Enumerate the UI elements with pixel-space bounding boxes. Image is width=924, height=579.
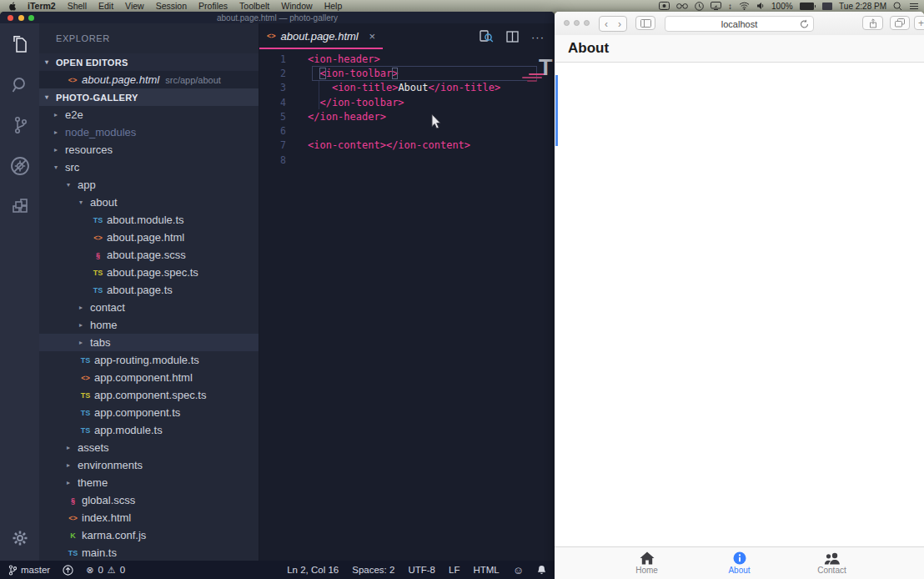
tree-item-about[interactable]: ▾about [39, 194, 259, 211]
menu-toolbelt[interactable]: Toolbelt [234, 1, 275, 11]
tree-item-theme[interactable]: ▸theme [39, 474, 259, 491]
code-line-4[interactable]: 4 </ion-toolbar> [259, 95, 555, 109]
menubar-clock[interactable]: Tue 2:28 PM [839, 2, 886, 11]
tree-item-tabs[interactable]: ▸tabs [39, 334, 259, 351]
menu-shell[interactable]: Shell [62, 1, 93, 11]
tree-item-about.page.scss[interactable]: §about.page.scss [39, 246, 259, 264]
split-editor-icon[interactable] [506, 31, 519, 43]
search-icon[interactable] [10, 75, 30, 95]
feedback-smiley-icon[interactable]: ☺ [513, 564, 524, 576]
clock-icon[interactable] [695, 2, 704, 11]
sidebar-button[interactable] [635, 16, 655, 30]
source-control-icon[interactable] [10, 115, 30, 135]
open-editor-item[interactable]: <> about.page.html src/app/about [39, 71, 259, 88]
tab-contact[interactable]: Contact [786, 547, 878, 579]
screen-record-icon[interactable] [659, 2, 670, 10]
menu-window[interactable]: Window [275, 1, 318, 11]
tree-item-app.component.html[interactable]: <>app.component.html [39, 369, 259, 386]
problems-indicator[interactable]: ⊗ 0 ⚠ 0 [86, 565, 125, 576]
encoding-setting[interactable]: UTF-8 [408, 565, 435, 575]
tree-item-app-routing.module.ts[interactable]: TSapp-routing.module.ts [39, 351, 259, 369]
open-preview-icon[interactable] [480, 30, 494, 43]
menu-iterm2[interactable]: iTerm2 [22, 1, 62, 11]
tree-item-node_modules[interactable]: ▸node_modules [39, 123, 259, 141]
vscode-titlebar[interactable]: about.page.html — photo-gallery [0, 12, 555, 23]
reload-icon[interactable] [800, 19, 809, 29]
tree-item-about.page.spec.ts[interactable]: TSabout.page.spec.ts [39, 264, 259, 281]
tree-item-global.scss[interactable]: §global.scss [39, 491, 259, 509]
eol-setting[interactable]: LF [449, 565, 459, 575]
menu-profiles[interactable]: Profiles [193, 1, 234, 11]
updown-icon[interactable]: ↕ [728, 2, 732, 11]
menu-view[interactable]: View [119, 1, 150, 11]
forward-button[interactable]: › [613, 17, 626, 31]
tree-item-home[interactable]: ▸home [39, 316, 259, 334]
cursor-position[interactable]: Ln 2, Col 16 [287, 565, 339, 575]
code-line-6[interactable]: 6 [259, 123, 555, 138]
git-branch-indicator[interactable]: master [8, 565, 50, 576]
indentation-setting[interactable]: Spaces: 2 [352, 565, 394, 575]
tree-item-app.component.spec.ts[interactable]: TSapp.component.spec.ts [39, 386, 259, 404]
minimize-window-button[interactable] [18, 15, 24, 21]
debug-icon[interactable] [9, 155, 31, 177]
tree-item-e2e[interactable]: ▸e2e [39, 106, 259, 123]
menu-session[interactable]: Session [150, 1, 193, 11]
code-line-8[interactable]: 8 [259, 153, 555, 167]
menu-edit[interactable]: Edit [93, 1, 119, 11]
tree-item-app.component.ts[interactable]: TSapp.component.ts [39, 404, 259, 421]
battery-icon[interactable] [800, 3, 816, 10]
tree-item-about.page.ts[interactable]: TSabout.page.ts [39, 281, 259, 299]
wifi-icon[interactable] [739, 2, 750, 10]
new-tab-button[interactable]: + [914, 16, 924, 30]
tree-item-contact[interactable]: ▸contact [39, 299, 259, 316]
show-tabs-button[interactable] [890, 16, 910, 30]
display-mirroring-icon[interactable] [711, 2, 721, 10]
share-button[interactable] [862, 16, 883, 30]
input-source-icon[interactable] [822, 3, 832, 10]
explorer-icon[interactable] [10, 35, 30, 55]
language-mode[interactable]: HTML [473, 565, 499, 575]
editor-tab-about-page-html[interactable]: <> about.page.html × [259, 24, 383, 49]
tree-item-assets[interactable]: ▸assets [39, 439, 259, 456]
tab-home[interactable]: Home [600, 547, 693, 579]
close-window-button[interactable] [8, 15, 13, 21]
apple-menu-icon[interactable] [3, 2, 22, 11]
tree-item-main.ts[interactable]: TSmain.ts [39, 544, 259, 561]
tree-item-resources[interactable]: ▸resources [39, 141, 259, 159]
tree-item-app[interactable]: ▾app [39, 176, 259, 194]
close-tab-icon[interactable]: × [369, 30, 375, 43]
code-line-7[interactable]: 7<ion-content></ion-content> [259, 138, 555, 153]
volume-icon[interactable] [756, 2, 765, 10]
address-bar[interactable]: localhost [665, 16, 814, 32]
tab-about[interactable]: About [693, 547, 786, 579]
safari-toolbar[interactable]: ‹ › localhost + [555, 12, 924, 36]
notifications-bell-icon[interactable] [537, 565, 546, 575]
tree-item-about.page.html[interactable]: <>about.page.html [39, 229, 259, 246]
tree-item-app.module.ts[interactable]: TSapp.module.ts [39, 421, 259, 439]
tree-item-about.module.ts[interactable]: TSabout.module.ts [39, 211, 259, 229]
notification-center-icon[interactable] [909, 3, 919, 10]
sync-changes-button[interactable] [63, 565, 73, 576]
code-area[interactable]: 1<ion-header>2 <ion-toolbar>3 <ion-title… [259, 52, 555, 167]
tree-item-src[interactable]: ▾src [39, 159, 259, 176]
zoom-window-button[interactable] [28, 15, 34, 21]
back-button[interactable]: ‹ [600, 17, 613, 31]
minimize-window-button[interactable] [574, 20, 580, 26]
menu-help[interactable]: Help [319, 1, 349, 11]
spotlight-icon[interactable] [893, 2, 902, 11]
tree-item-karma.conf.js[interactable]: Kkarma.conf.js [39, 526, 259, 544]
extensions-icon[interactable] [10, 197, 30, 217]
tree-item-environments[interactable]: ▸environments [39, 456, 259, 474]
open-editors-header[interactable]: ▾ OPEN EDITORS [39, 53, 259, 71]
tree-item-index.html[interactable]: <>index.html [39, 509, 259, 526]
code-line-1[interactable]: 1<ion-header> [259, 52, 555, 66]
close-window-button[interactable] [564, 20, 570, 26]
code-line-3[interactable]: 3 <ion-title>About</ion-title> [259, 81, 555, 95]
glasses-icon[interactable] [676, 3, 688, 9]
more-actions-icon[interactable]: ··· [531, 31, 545, 43]
zoom-window-button[interactable] [584, 20, 590, 26]
settings-gear-icon[interactable] [11, 529, 29, 547]
project-root-header[interactable]: ▾ PHOTO-GALLERY [39, 88, 259, 106]
code-line-2[interactable]: 2 <ion-toolbar> [259, 66, 555, 80]
code-line-5[interactable]: 5</ion-header> [259, 109, 555, 123]
